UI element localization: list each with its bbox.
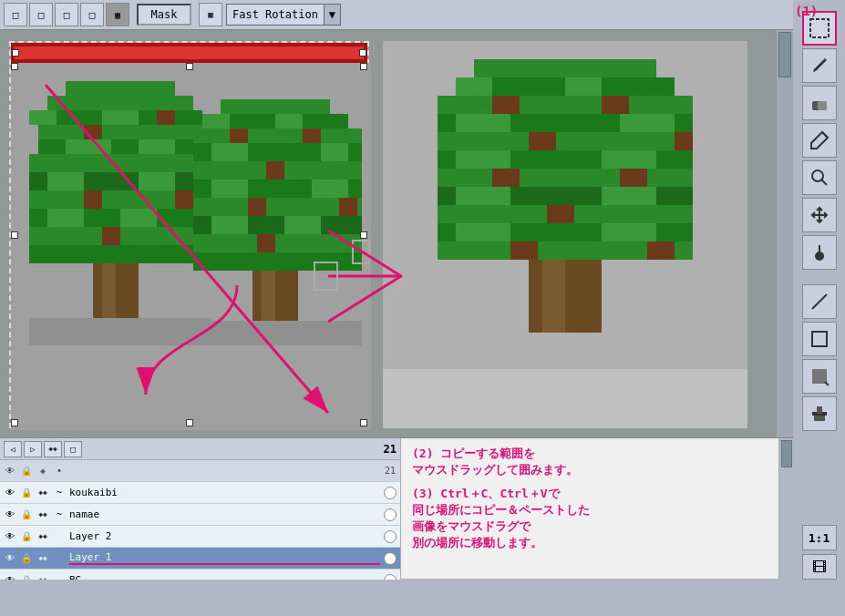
handle-mid-right [360, 231, 367, 239]
node-icon [53, 574, 66, 580]
layer-add-btn[interactable]: ◁ [4, 441, 22, 457]
line-icon [809, 291, 830, 313]
svg-rect-9 [139, 139, 175, 154]
film-button[interactable]: 🎞 [802, 554, 837, 580]
eye-icon[interactable]: 👁 [4, 552, 16, 565]
svg-rect-78 [620, 169, 647, 187]
layer-panel: ◁ ▷ ◈◈ □ 21 👁 🔒 ◈ • 21 👁 🔒 ◈◈ ~ [0, 438, 401, 580]
tool-drop[interactable] [802, 235, 837, 270]
svg-rect-81 [602, 187, 656, 205]
tool-btn-3[interactable]: □ [55, 3, 78, 26]
rotation-dropdown-arrow[interactable]: ▼ [324, 5, 340, 25]
layer-row-bg[interactable]: 👁 🔒 ◈◈ BG [0, 570, 400, 580]
layer-btn-3[interactable]: ◈◈ [44, 441, 62, 457]
right-sidebar: (1) [793, 0, 845, 616]
svg-rect-32 [202, 114, 230, 128]
tool-btn-4[interactable]: □ [80, 3, 104, 26]
svg-rect-45 [193, 198, 362, 216]
handle-mid-bot [186, 419, 193, 426]
eye-icon[interactable]: 👁 [4, 574, 16, 580]
svg-line-107 [812, 294, 827, 309]
svg-rect-53 [193, 252, 362, 271]
layer-scrollbar-thumb[interactable] [781, 440, 792, 467]
link-icon: ◈◈ [36, 574, 49, 580]
svg-rect-20 [175, 190, 193, 209]
tool-btn-6[interactable]: ▦ [199, 3, 222, 26]
tool-zoom[interactable] [802, 160, 837, 195]
layer-row-layer2[interactable]: 👁 🔒 ◈◈ Layer 2 [0, 526, 400, 548]
tool-btn-2[interactable]: □ [29, 3, 53, 26]
mask-button[interactable]: Mask [137, 4, 191, 26]
canvas-scrollbar[interactable] [777, 30, 793, 437]
svg-rect-102 [818, 101, 827, 110]
layer-scrollbar[interactable] [778, 438, 793, 580]
layer-vis-indicator [384, 574, 397, 580]
tool-stamp[interactable] [802, 396, 837, 431]
tool-btn-1[interactable]: □ [4, 3, 27, 26]
label-1: (1) [795, 4, 818, 18]
col-header-num: 21 [384, 466, 397, 476]
step3-line4: 別の場所に移動します。 [412, 536, 542, 549]
tool-move[interactable] [802, 198, 837, 232]
svg-rect-70 [438, 132, 693, 150]
layer-name-layer2: Layer 2 [69, 530, 380, 542]
tool-rect[interactable] [802, 322, 837, 356]
lock-icon[interactable]: 🔒 [20, 508, 33, 521]
lock-icon[interactable]: 🔒 [20, 530, 33, 543]
layer-row-namae[interactable]: 👁 🔒 ◈◈ ~ namae [0, 504, 400, 526]
tool-pencil[interactable] [802, 123, 837, 158]
tool-fill[interactable] [802, 359, 837, 394]
layer-btn-4[interactable]: □ [64, 441, 82, 457]
fill-icon [809, 365, 830, 387]
tool-buttons-group: □ □ □ □ ▦ [4, 3, 129, 26]
layer-name-layer1: Layer 1 [69, 551, 380, 565]
svg-rect-64 [438, 96, 693, 114]
lock-icon[interactable]: 🔒 [20, 487, 33, 499]
rotation-selector[interactable]: Fast Rotation ▼ [226, 4, 341, 26]
svg-rect-10 [84, 125, 102, 139]
svg-rect-25 [102, 227, 120, 245]
layer-name-bg: BG [69, 574, 380, 580]
link-icon: ◈◈ [36, 530, 49, 543]
svg-rect-46 [248, 198, 266, 216]
svg-rect-111 [817, 406, 822, 414]
layer-btn-2[interactable]: ▷ [24, 441, 42, 457]
handle-left-bot [11, 419, 18, 426]
tool-line[interactable] [802, 284, 837, 319]
text-annotation-panel: (2) コピーする範囲を マウスドラッグして囲みます。 (3) Ctrl＋C、C… [401, 438, 793, 579]
handle-mid-top [186, 63, 193, 70]
right-sprite-panel [383, 41, 747, 428]
handle-left-top [11, 63, 18, 70]
lock-icon[interactable]: 🔒 [20, 552, 33, 565]
svg-rect-34 [193, 128, 362, 143]
step3-line1: (3) Ctrl＋C、Ctrl＋Vで [412, 487, 560, 500]
lock-icon[interactable]: 🔒 [20, 574, 33, 580]
svg-rect-77 [492, 169, 520, 187]
handle-tl [12, 49, 19, 56]
svg-rect-33 [275, 114, 303, 128]
tool-pen[interactable] [802, 48, 837, 83]
layer-row-layer1[interactable]: 👁 🔒 ◈◈ Layer 1 [0, 548, 400, 570]
step2-text: (2) コピーする範囲を [412, 447, 535, 460]
svg-point-106 [815, 252, 824, 261]
eye-icon[interactable]: 👁 [4, 508, 16, 521]
svg-rect-5 [102, 110, 139, 125]
svg-rect-76 [438, 169, 693, 187]
layer-row-koukaibi[interactable]: 👁 🔒 ◈◈ ~ koukaibi [0, 482, 400, 504]
svg-rect-50 [284, 216, 321, 234]
pixel-tree-left [11, 63, 371, 430]
magnifier-icon [809, 167, 830, 189]
eye-icon[interactable]: 👁 [4, 530, 16, 543]
annotation-area: ◁ ▷ ◈◈ □ 21 👁 🔒 ◈ • 21 👁 🔒 ◈◈ ~ [0, 437, 793, 579]
tool-btn-5[interactable]: ▦ [106, 3, 129, 26]
svg-rect-39 [321, 143, 348, 161]
ratio-button[interactable]: 1:1 [802, 525, 837, 550]
svg-rect-29 [29, 318, 211, 345]
layer-vis-indicator [384, 487, 397, 499]
tool-eraser[interactable] [802, 86, 837, 120]
scrollbar-thumb[interactable] [778, 32, 791, 77]
svg-rect-66 [602, 96, 629, 114]
svg-rect-41 [266, 161, 284, 180]
eye-icon[interactable]: 👁 [4, 487, 16, 499]
layer-toolbar: ◁ ▷ ◈◈ □ 21 [0, 438, 400, 460]
